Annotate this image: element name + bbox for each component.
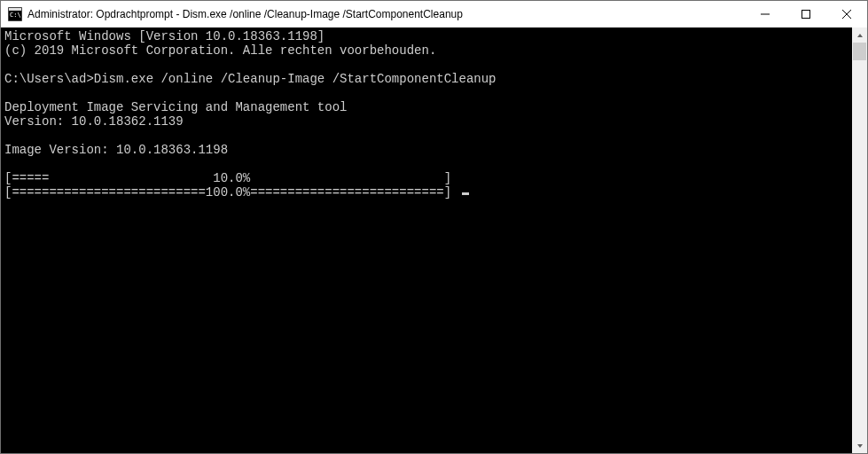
window-title: Administrator: Opdrachtprompt - Dism.exe… xyxy=(27,8,745,20)
scroll-thumb[interactable] xyxy=(853,43,866,60)
svg-rect-1 xyxy=(9,8,21,11)
vertical-scrollbar[interactable] xyxy=(852,27,867,453)
console-line: Deployment Image Servicing and Managemen… xyxy=(4,100,347,114)
console-line: (c) 2019 Microsoft Corporation. Alle rec… xyxy=(4,43,436,58)
svg-marker-7 xyxy=(857,34,863,37)
scroll-down-button[interactable] xyxy=(852,438,867,453)
console-prompt: C:\Users\ad>Dism.exe /online /Cleanup-Im… xyxy=(4,72,497,86)
window-controls xyxy=(745,1,867,27)
console-line: Image Version: 10.0.18363.1198 xyxy=(4,143,228,157)
command-prompt-window: C:\ Administrator: Opdrachtprompt - Dism… xyxy=(0,0,868,454)
progress-line: [==========================100.0%=======… xyxy=(4,185,458,200)
cmd-icon: C:\ xyxy=(8,7,22,21)
svg-rect-4 xyxy=(802,11,810,19)
svg-marker-8 xyxy=(857,444,863,448)
maximize-button[interactable] xyxy=(786,1,826,27)
svg-text:C:\: C:\ xyxy=(10,12,21,19)
minimize-button[interactable] xyxy=(745,1,786,27)
close-button[interactable] xyxy=(826,1,867,27)
console-output[interactable]: Microsoft Windows [Version 10.0.18363.11… xyxy=(1,27,852,453)
console-line: Microsoft Windows [Version 10.0.18363.11… xyxy=(4,29,325,43)
scroll-up-button[interactable] xyxy=(852,27,867,43)
titlebar[interactable]: C:\ Administrator: Opdrachtprompt - Dism… xyxy=(1,1,867,27)
console-line: Version: 10.0.18362.1139 xyxy=(4,114,184,129)
scroll-track[interactable] xyxy=(852,43,867,438)
progress-line: [===== 10.0% ] xyxy=(4,171,451,185)
content-area: Microsoft Windows [Version 10.0.18363.11… xyxy=(1,27,867,453)
cursor xyxy=(462,192,469,195)
